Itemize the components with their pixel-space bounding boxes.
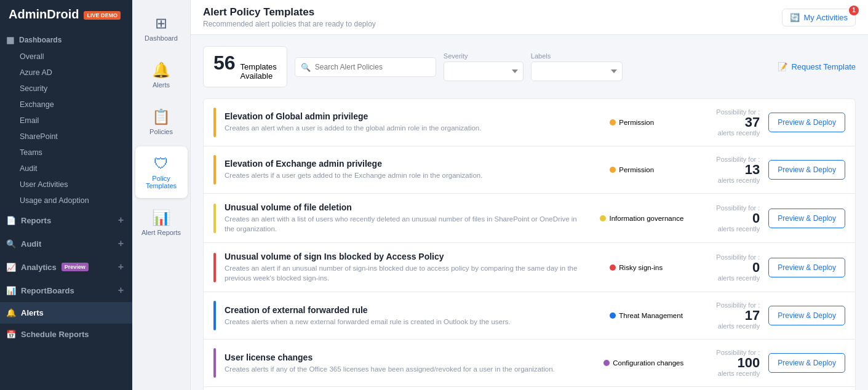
sidebar-item-security[interactable]: Security	[0, 81, 132, 97]
audit-expand-icon: +	[118, 238, 124, 249]
page-subtitle: Recommended alert policies that are read…	[203, 20, 376, 28]
main-content: Alert Policy Templates Recommended alert…	[191, 0, 868, 390]
policy-name: Elevation of Global admin privilege	[225, 111, 595, 121]
preview-deploy-button[interactable]: Preview & Deploy	[768, 306, 845, 325]
analytics-expand-icon: +	[118, 261, 124, 273]
policy-row: Creation of external forwarded rule Crea…	[203, 292, 856, 339]
sidebar-reportboards-label: ReportBoards	[21, 286, 74, 295]
stats-number: 37	[698, 116, 760, 129]
policy-color-bar	[213, 204, 216, 233]
icon-nav-dashboard[interactable]: ⊞ Dashboard	[135, 6, 188, 50]
stats-number: 0	[698, 212, 760, 225]
tag-dot	[610, 265, 616, 271]
policy-tag: Configuration changes	[597, 356, 690, 370]
request-template-button[interactable]: 📝 Request Template	[778, 62, 856, 71]
policy-desc: Creates alerts if any of the Office 365 …	[225, 364, 589, 374]
policies-nav-icon: 📋	[152, 108, 170, 125]
sidebar-section-audit[interactable]: 🔍 Audit +	[0, 232, 132, 255]
logo-badge: LIVE DEMO	[84, 11, 121, 20]
content-area: 56 Templates Available 🔍 Severity High M…	[191, 35, 868, 390]
dashboard-icon: ▦	[6, 35, 14, 45]
tag-dot	[600, 215, 606, 221]
sidebar-section-dashboards[interactable]: ▦ Dashboards	[0, 29, 132, 49]
policy-info: Unusual volume of file deletion Creates …	[225, 202, 585, 234]
sidebar-section-reportboards[interactable]: 📊 ReportBoards +	[0, 279, 132, 302]
sidebar-item-exchange[interactable]: Exchange	[0, 97, 132, 113]
stats-sub: alerts recently	[698, 177, 760, 184]
activities-badge: 1	[849, 6, 859, 15]
page-title: Alert Policy Templates	[203, 6, 376, 18]
policy-tag: Information governance	[594, 212, 690, 225]
reportboards-icon: 📊	[6, 286, 16, 295]
icon-nav-policy-templates-label: Policy Templates	[139, 175, 184, 189]
icon-nav-alerts[interactable]: 🔔 Alerts	[135, 53, 188, 97]
policy-row: Elevation of Global admin privilege Crea…	[203, 98, 856, 146]
policy-info: Creation of external forwarded rule Crea…	[225, 305, 595, 327]
icon-nav-alert-reports-label: Alert Reports	[141, 229, 181, 236]
top-bar: Alert Policy Templates Recommended alert…	[191, 0, 868, 35]
tag-dot	[610, 167, 616, 173]
count-label-line2: Available	[241, 71, 277, 81]
search-input[interactable]	[295, 57, 436, 77]
sidebar-item-audit[interactable]: Audit	[0, 161, 132, 177]
activities-button[interactable]: 🔄 My Activities 1	[782, 9, 856, 26]
sidebar-item-teams[interactable]: Teams	[0, 145, 132, 161]
sidebar-analytics-label: Analytics	[21, 263, 57, 272]
icon-nav-alert-reports[interactable]: 📊 Alert Reports	[135, 201, 188, 245]
policy-list: Elevation of Global admin privilege Crea…	[203, 98, 856, 390]
stats-number: 100	[698, 356, 760, 370]
policy-desc: Creates an alert with a list of users wh…	[225, 214, 585, 234]
tag-dot	[610, 119, 616, 125]
stats-possibility-label: Possibility for :	[698, 204, 760, 212]
count-number: 56	[213, 53, 236, 73]
labels-select[interactable]: Permission Threat Management	[531, 62, 623, 81]
labels-label: Labels	[531, 52, 623, 60]
policy-stats: Possibility for : 13 alerts recently	[698, 156, 760, 184]
activities-label: My Activities	[803, 13, 848, 22]
toolbar: 56 Templates Available 🔍 Severity High M…	[203, 46, 856, 87]
tag-label: Configuration changes	[613, 359, 683, 367]
preview-deploy-button[interactable]: Preview & Deploy	[768, 353, 845, 373]
preview-deploy-button[interactable]: Preview & Deploy	[768, 113, 845, 132]
sidebar-item-azuread[interactable]: Azure AD	[0, 65, 132, 81]
preview-deploy-button[interactable]: Preview & Deploy	[768, 160, 845, 180]
sidebar-section-alerts[interactable]: 🔔 Alerts	[0, 302, 132, 324]
icon-nav-policy-templates[interactable]: 🛡 Policy Templates	[135, 146, 188, 198]
stats-sub: alerts recently	[698, 274, 760, 282]
page-title-block: Alert Policy Templates Recommended alert…	[203, 6, 376, 28]
policy-desc: Creates an alert when a user is added to…	[225, 123, 595, 133]
sidebar-item-sharepoint[interactable]: SharePoint	[0, 129, 132, 145]
severity-select[interactable]: High Medium Low	[444, 62, 524, 81]
severity-filter-group: Severity High Medium Low	[444, 52, 524, 81]
policy-color-bar	[213, 108, 216, 137]
icon-nav-dashboard-label: Dashboard	[145, 34, 178, 42]
count-label-line1: Templates	[241, 62, 277, 71]
preview-deploy-button[interactable]: Preview & Deploy	[768, 209, 845, 228]
reports-icon: 📄	[6, 216, 16, 225]
sidebar-audit-label: Audit	[21, 239, 41, 249]
policy-info: Elevation of Global admin privilege Crea…	[225, 111, 595, 133]
icon-nav-policies-label: Policies	[149, 128, 173, 135]
policy-info: User license changes Creates alerts if a…	[225, 352, 589, 374]
sidebar-item-overall[interactable]: Overall	[0, 49, 132, 65]
policy-stats: Possibility for : 17 alerts recently	[698, 301, 760, 330]
alert-reports-nav-icon: 📊	[152, 209, 170, 226]
search-input-wrap: 🔍	[295, 57, 436, 77]
sidebar-item-user-activities[interactable]: User Activities	[0, 177, 132, 193]
policy-tag: Threat Management	[603, 309, 690, 322]
preview-deploy-button[interactable]: Preview & Deploy	[768, 258, 845, 277]
policy-row: Elevation of Exchange admin privilege Cr…	[203, 146, 856, 193]
sidebar-item-email[interactable]: Email	[0, 113, 132, 129]
policy-tag: Permission	[603, 116, 690, 129]
analytics-icon: 📈	[6, 263, 16, 272]
policy-stats: Possibility for : 0 alerts recently	[698, 204, 760, 233]
stats-sub: alerts recently	[698, 129, 760, 137]
sidebar-item-usage-adoption[interactable]: Usage and Adoption	[0, 193, 132, 209]
policy-color-bar	[213, 253, 216, 282]
sidebar-section-schedule-reports[interactable]: 📅 Schedule Reports	[0, 324, 132, 345]
sidebar-section-reports[interactable]: 📄 Reports +	[0, 209, 132, 232]
sidebar-section-analytics[interactable]: 📈 Analytics Preview +	[0, 255, 132, 279]
stats-number: 13	[698, 163, 760, 177]
icon-nav-policies[interactable]: 📋 Policies	[135, 100, 188, 144]
sidebar-logo: AdminDroid LIVE DEMO	[0, 0, 132, 29]
